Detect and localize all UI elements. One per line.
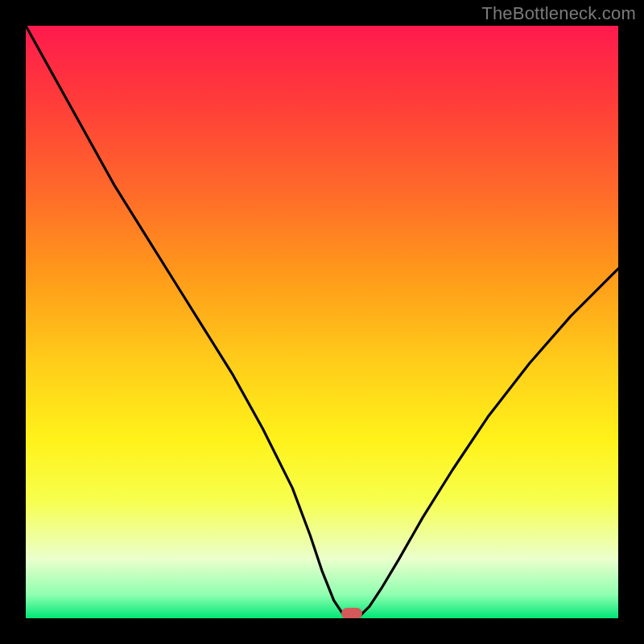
chart-frame: TheBottleneck.com: [0, 0, 644, 644]
optimal-point-marker: [341, 608, 362, 618]
watermark-text: TheBottleneck.com: [481, 3, 636, 24]
plot-area: [26, 26, 618, 618]
bottleneck-curve: [26, 26, 618, 618]
